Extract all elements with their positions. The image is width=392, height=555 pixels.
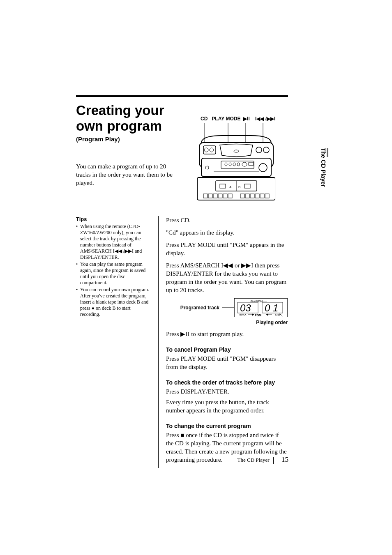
pgm-label: PGM [255,314,261,317]
cancel-body: Press PLAY MODE until "PGM" disappears f… [166,355,288,371]
body-columns: Tips When using the remote (CFD-ZW160/ZW… [76,216,288,468]
tips-heading: Tips [76,216,151,222]
device-label-row: CD PLAY MODE ▶II I◀◀ /▶▶I [201,116,275,122]
page-content: Creating your own program (Program Play)… [76,95,316,187]
tip-item: You can record your own program. After y… [76,287,151,318]
track-label: TRACK [239,313,247,316]
svg-rect-29 [203,194,208,198]
mega-bass-label: MEGA BASS [251,299,263,302]
page-number: 15 [281,456,288,463]
step-1b: "Cd" appears in the display. [166,228,288,237]
svg-rect-31 [213,194,217,198]
cancel-heading: To cancel Program Play [166,345,288,354]
svg-rect-37 [250,194,254,198]
check-body-1: Press DISPLAY/ENTER. [166,387,288,396]
svg-rect-34 [228,194,232,198]
tip-item: You can play the same program again, sin… [76,261,151,286]
main-column: Press CD. "Cd" appears in the display. P… [166,216,288,468]
title-line1: Creating your [76,103,164,118]
svg-rect-40 [265,194,269,198]
svg-rect-32 [218,194,222,198]
svg-rect-35 [240,194,244,198]
side-tab-label: The CD Player [319,148,327,193]
title-line2: own program [76,118,162,134]
check-body-2: Every time you press the button, the tra… [166,398,288,415]
lcd-right-value: 0 1 [265,302,278,313]
lcd-left-value: 03 [240,302,251,313]
column-divider [158,216,159,468]
svg-text:B: B [238,185,240,189]
device-label-playmode: PLAY MODE [212,116,240,122]
svg-rect-36 [245,194,249,198]
display-figure-row: Programed track MEGA BASS 03 0 1 TRACK S… [166,298,288,317]
svg-rect-30 [208,194,212,198]
play-pause-icon: ▶II [243,116,250,122]
footer-section: The CD Player [238,457,270,463]
svg-rect-39 [260,194,264,198]
device-label-cd: CD [201,116,208,122]
change-heading: To change the current program [166,422,288,430]
step-1a: Press CD. [166,216,288,224]
page-title: Creating your own program [76,103,316,134]
programed-track-label: Programed track [166,304,219,312]
footer-divider [273,457,274,464]
playing-order-label: Playing order [256,320,288,325]
step-4: Press ▶II to start program play. [166,330,288,338]
side-tab-accent [327,148,328,157]
check-heading: To check the order of tracks before play [166,378,288,387]
tips-column: Tips When using the remote (CFD-ZW160/ZW… [76,216,158,468]
step-2: Press PLAY MODE until "PGM" appears in t… [166,241,288,257]
leader-line-icon [222,304,234,312]
prev-next-icon: I◀◀ /▶▶I [255,116,275,122]
page-footer: The CD Player 15 [233,456,288,464]
step-3: Press AMS/SEARCH I◀◀ or ▶▶I then press D… [166,261,288,294]
device-illustration: A B [197,123,275,205]
svg-text:A: A [229,185,232,189]
page-subtitle: (Program Play) [76,136,316,143]
intro-text: You can make a program of up to 20 track… [76,162,179,187]
svg-rect-38 [255,194,259,198]
tip-item: When using the remote (CFD-ZW160/ZW200 o… [76,223,151,260]
lcd-display: MEGA BASS 03 0 1 TRACK STEP PGM [234,298,288,317]
svg-rect-33 [223,194,227,198]
